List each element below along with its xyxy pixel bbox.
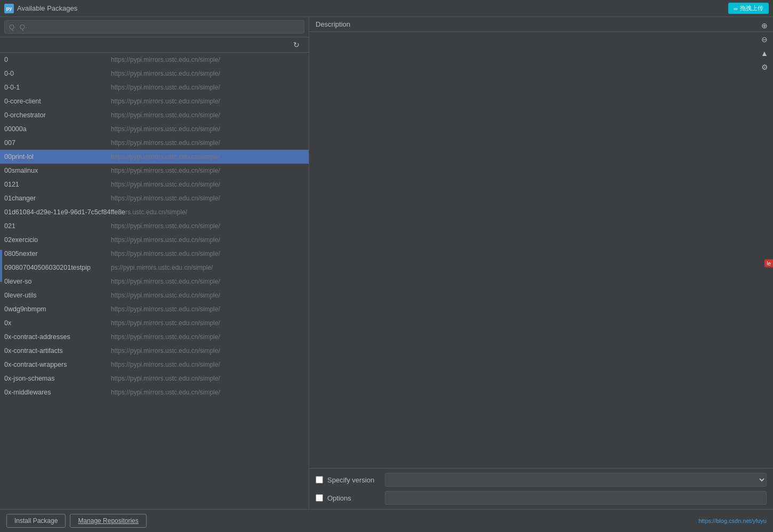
package-name: 0x: [4, 319, 111, 327]
package-name: 0wdg9nbmpm: [4, 305, 111, 313]
package-url: https://pypi.mirrors.ustc.edu.cn/simple/: [111, 305, 304, 313]
upload-label: 拖拽上传: [740, 4, 763, 12]
package-name: 0x-contract-artifacts: [4, 347, 111, 354]
up-arrow-button[interactable]: ▲: [758, 47, 771, 60]
package-row[interactable]: 0xhttps://pypi.mirrors.ustc.edu.cn/simpl…: [0, 316, 309, 330]
package-name: 01changer: [4, 195, 111, 202]
package-name: 0-orchestrator: [4, 111, 111, 119]
options-row: Options: [316, 491, 767, 505]
package-url: https://pypi.mirrors.ustc.edu.cn/simple/: [111, 389, 304, 396]
content-area: Q· ↻ 0https://pypi.mirrors.ustc.edu.cn/s…: [0, 17, 773, 509]
package-row[interactable]: 00000ahttps://pypi.mirrors.ustc.edu.cn/s…: [0, 122, 309, 136]
package-row[interactable]: 00print-lolhttps://pypi.mirrors.ustc.edu…: [0, 150, 309, 164]
package-row[interactable]: 0-orchestratorhttps://pypi.mirrors.ustc.…: [0, 108, 309, 122]
version-row: Specify version: [316, 473, 767, 487]
left-panel: Q· ↻ 0https://pypi.mirrors.ustc.edu.cn/s…: [0, 17, 309, 509]
package-name: 0-core-client: [4, 98, 111, 105]
options-label: Options: [327, 494, 381, 502]
list-header: ↻: [0, 37, 309, 53]
package-name: 0lever-so: [4, 278, 111, 285]
package-url: https://pypi.mirrors.ustc.edu.cn/simple/: [111, 181, 304, 188]
package-url: https://pypi.mirrors.ustc.edu.cn/simple/: [111, 222, 304, 230]
package-row[interactable]: 0x-contract-artifactshttps://pypi.mirror…: [0, 344, 309, 358]
package-url: https://pypi.mirrors.ustc.edu.cn/simple/: [111, 84, 304, 91]
search-bar: Q·: [0, 17, 309, 37]
package-row[interactable]: 0-0-1https://pypi.mirrors.ustc.edu.cn/si…: [0, 80, 309, 94]
package-url: ps://pypi.mirrors.ustc.edu.cn/simple/: [111, 264, 304, 271]
search-input[interactable]: [20, 23, 300, 31]
footer-buttons: Install Package Manage Repositories: [6, 514, 147, 528]
package-row[interactable]: 0x-middlewareshttps://pypi.mirrors.ustc.…: [0, 385, 309, 399]
package-row[interactable]: 0-core-clienthttps://pypi.mirrors.ustc.e…: [0, 94, 309, 108]
footer-bar: Install Package Manage Repositories http…: [0, 509, 773, 532]
package-row[interactable]: 0-0https://pypi.mirrors.ustc.edu.cn/simp…: [0, 67, 309, 80]
up-arrow-icon: ▲: [761, 49, 768, 58]
specify-version-label: Specify version: [327, 476, 381, 484]
package-row[interactable]: 0121https://pypi.mirrors.ustc.edu.cn/sim…: [0, 178, 309, 191]
version-select[interactable]: [385, 473, 767, 487]
packages-list[interactable]: 0https://pypi.mirrors.ustc.edu.cn/simple…: [0, 53, 309, 509]
package-row[interactable]: 0lever-sohttps://pypi.mirrors.ustc.edu.c…: [0, 275, 309, 288]
package-row[interactable]: 0lever-utilshttps://pypi.mirrors.ustc.ed…: [0, 288, 309, 302]
search-icon: Q·: [9, 23, 17, 31]
package-url: https://pypi.mirrors.ustc.edu.cn/simple/: [111, 139, 304, 147]
package-url: https://pypi.mirrors.ustc.edu.cn/simple/: [111, 347, 304, 354]
refresh-col: ↻: [288, 39, 304, 50]
refresh-icon: ↻: [293, 41, 300, 49]
description-content: [309, 32, 773, 468]
package-row[interactable]: 01d61084-d29e-11e9-96d1-7c5cf84ffe8ers.u…: [0, 205, 309, 219]
manage-repositories-button[interactable]: Manage Repositories: [70, 514, 146, 528]
footer-link[interactable]: https://blog.csdn.net/yfuyu: [698, 518, 767, 524]
left-edge-indicator: [0, 250, 2, 282]
options-checkbox[interactable]: [316, 494, 323, 502]
install-label: Install Package: [14, 517, 58, 525]
package-row[interactable]: 01changerhttps://pypi.mirrors.ustc.edu.c…: [0, 191, 309, 205]
package-name: 0805nexter: [4, 250, 111, 257]
bottom-controls: Specify version Options: [309, 468, 773, 509]
package-row[interactable]: 090807040506030201testpipps://pypi.mirro…: [0, 261, 309, 275]
package-url: https://pypi.mirrors.ustc.edu.cn/simple/: [111, 278, 304, 285]
package-row[interactable]: 0x-json-schemashttps://pypi.mirrors.ustc…: [0, 372, 309, 385]
right-toolbar: ⊕ ⊖ ▲ ⚙: [756, 17, 773, 76]
package-url: https://pypi.mirrors.ustc.edu.cn/simple/: [111, 236, 304, 244]
package-url: https://pypi.mirrors.ustc.edu.cn/simple/: [111, 292, 304, 299]
package-row[interactable]: 0805nexterhttps://pypi.mirrors.ustc.edu.…: [0, 247, 309, 261]
package-url: https://pypi.mirrors.ustc.edu.cn/simple/: [111, 375, 304, 382]
package-name: 021: [4, 222, 111, 230]
package-row[interactable]: 02exerciciohttps://pypi.mirrors.ustc.edu…: [0, 233, 309, 247]
expand-icon: ⊕: [761, 21, 768, 30]
specify-version-checkbox[interactable]: [316, 476, 323, 483]
main-container: py Available Packages ∞ 拖拽上传 Q·: [0, 0, 773, 532]
package-url: https://pypi.mirrors.ustc.edu.cn/simple/: [111, 167, 304, 174]
settings-button[interactable]: ⚙: [758, 61, 771, 74]
package-row[interactable]: 021https://pypi.mirrors.ustc.edu.cn/simp…: [0, 219, 309, 233]
package-row[interactable]: 007https://pypi.mirrors.ustc.edu.cn/simp…: [0, 136, 309, 150]
package-row[interactable]: 0https://pypi.mirrors.ustc.edu.cn/simple…: [0, 53, 309, 67]
package-name: 00000a: [4, 125, 111, 133]
collapse-icon: ⊖: [761, 35, 768, 44]
package-url: https://pypi.mirrors.ustc.edu.cn/simple/: [111, 250, 304, 257]
right-edge-badge: le: [764, 259, 773, 267]
install-package-button[interactable]: Install Package: [6, 514, 66, 528]
collapse-button[interactable]: ⊖: [758, 33, 771, 46]
package-name: 0x-contract-addresses: [4, 333, 111, 341]
package-name: 0-0: [4, 70, 111, 77]
package-name: 007: [4, 139, 111, 147]
package-url: https://pypi.mirrors.ustc.edu.cn/simple/: [111, 333, 304, 341]
upload-button[interactable]: ∞ 拖拽上传: [728, 3, 769, 14]
package-row[interactable]: 0wdg9nbmpmhttps://pypi.mirrors.ustc.edu.…: [0, 302, 309, 316]
package-row[interactable]: 00smalinuxhttps://pypi.mirrors.ustc.edu.…: [0, 164, 309, 178]
upload-icon: ∞: [734, 5, 738, 12]
package-url: https://pypi.mirrors.ustc.edu.cn/simple/: [111, 125, 304, 133]
package-name: 01d61084-d29e-11e9-96d1-7c5cf84ffe8e: [4, 208, 125, 216]
header-bar: py Available Packages ∞ 拖拽上传: [0, 0, 773, 17]
description-title: Description: [316, 20, 350, 28]
package-name: 02exercicio: [4, 236, 111, 244]
options-input[interactable]: [385, 491, 767, 505]
package-row[interactable]: 0x-contract-addresseshttps://pypi.mirror…: [0, 330, 309, 344]
package-row[interactable]: 0x-contract-wrappershttps://pypi.mirrors…: [0, 358, 309, 372]
package-name: 0x-middlewares: [4, 389, 111, 396]
refresh-button[interactable]: ↻: [292, 39, 301, 50]
expand-button[interactable]: ⊕: [758, 19, 771, 32]
package-name: 0-0-1: [4, 84, 111, 91]
